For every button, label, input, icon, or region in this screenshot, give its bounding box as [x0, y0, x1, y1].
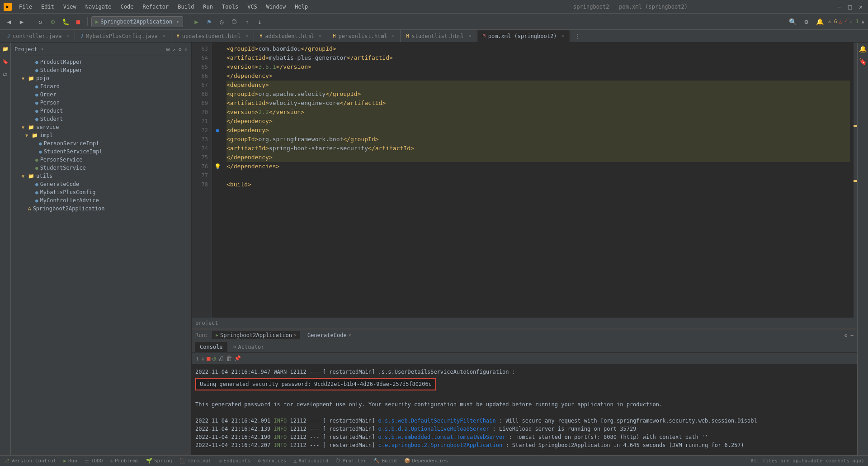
services-status[interactable]: ⚙ Services — [258, 458, 287, 464]
tree-item-mycontrolleradvice[interactable]: ● MyControllerAdvice — [11, 196, 191, 204]
bookmark-sidebar-icon[interactable]: 🔖 — [859, 57, 868, 66]
tab-close[interactable]: ✕ — [162, 33, 165, 39]
run-button[interactable]: ▶ — [191, 16, 202, 27]
autobuild-status[interactable]: △ Auto-build — [294, 458, 329, 464]
stop-button[interactable]: ■ — [73, 16, 84, 27]
menu-help[interactable]: Help — [291, 3, 311, 11]
tab-close[interactable]: ✕ — [245, 33, 249, 39]
tab-controller[interactable]: J controller.java ✕ — [2, 30, 75, 42]
editor-scrollbar[interactable] — [854, 43, 857, 318]
menu-build[interactable]: Build — [174, 3, 198, 11]
coverage-button[interactable]: ◎ — [216, 16, 227, 27]
tab-close[interactable]: ✕ — [319, 33, 322, 39]
menu-run[interactable]: Run — [199, 3, 217, 11]
tab-personlist[interactable]: H personlist.html ✕ — [327, 30, 401, 42]
tree-item-student[interactable]: ● Student — [11, 115, 191, 123]
menu-refactor[interactable]: Refactor — [139, 3, 172, 11]
debug-run-button[interactable]: ⚑ — [203, 16, 214, 27]
todo-status[interactable]: ☰ TODO — [85, 458, 103, 464]
minimize-console-icon[interactable]: − — [850, 332, 854, 338]
menu-edit[interactable]: Edit — [38, 3, 58, 11]
run-app2-close[interactable]: ✕ — [349, 333, 351, 338]
profile-button[interactable]: ⏱ — [229, 16, 240, 27]
tree-item-utils[interactable]: ▼ 📁 utils — [11, 172, 191, 180]
minimize-button[interactable]: − — [835, 3, 843, 10]
run-app1-close[interactable]: ✕ — [294, 333, 297, 338]
code-editor[interactable]: 63 64 65 66 67 68 69 70 71 72 73 74 75 7… — [192, 43, 857, 318]
menu-code[interactable]: Code — [117, 3, 137, 11]
tab-close[interactable]: ✕ — [561, 33, 564, 39]
tree-item-personserviceimpl[interactable]: ● PersonServiceImpl — [11, 139, 191, 147]
settings-button[interactable]: ⚙ — [801, 16, 812, 27]
scroll-to-source-icon[interactable]: ↗ — [172, 46, 175, 52]
problems-status[interactable]: ⚠ Problems — [110, 458, 139, 464]
build-button[interactable]: ⚙ — [47, 16, 58, 27]
scroll-down-icon[interactable]: ↓ — [201, 355, 204, 362]
stop-run-icon[interactable]: ■ — [207, 355, 210, 362]
tree-item-service[interactable]: ▼ 📁 service — [11, 123, 191, 131]
terminal-status[interactable]: ⬛ Terminal — [179, 458, 212, 464]
tree-item-personservice[interactable]: ● PersonService — [11, 156, 191, 164]
tree-item-mybatisplusconfig[interactable]: ● MybatisPlusConfig — [11, 188, 191, 196]
notification-sidebar-icon[interactable]: 🔔 — [859, 44, 868, 53]
tab-addstudent[interactable]: H addstudent.html ✕ — [254, 30, 327, 42]
dependencies-status[interactable]: 📦 Dependencies — [404, 458, 448, 464]
tree-item-studentserviceimpl[interactable]: ● StudentServiceImpl — [11, 147, 191, 156]
menu-file[interactable]: File — [15, 3, 36, 11]
menu-tools[interactable]: Tools — [218, 3, 242, 11]
maximize-button[interactable]: □ — [846, 3, 854, 10]
endpoints-status[interactable]: ⊙ Endpoints — [219, 458, 250, 464]
menu-view[interactable]: View — [60, 3, 80, 11]
back-button[interactable]: ◀ — [4, 16, 14, 27]
tree-item-studentmapper[interactable]: ● StudentMapper — [11, 66, 191, 74]
tree-item-generatecode[interactable]: ● GenerateCode — [11, 180, 191, 188]
tab-close[interactable]: ✕ — [468, 33, 472, 39]
tab-studentlist[interactable]: H studentlist.html ✕ — [401, 30, 477, 42]
bookmark-icon[interactable]: 🔖 — [1, 57, 10, 66]
menu-navigate[interactable]: Navigate — [82, 3, 115, 11]
project-dropdown[interactable]: ▾ — [41, 47, 44, 52]
collapse-all-icon[interactable]: ⊟ — [166, 46, 170, 52]
menu-window[interactable]: Window — [263, 3, 289, 11]
settings-tree-icon[interactable]: ⚙ — [179, 46, 182, 52]
forward-button[interactable]: ▶ — [16, 16, 27, 27]
run-config-selector[interactable]: ▶ Springboot2Application ▾ — [91, 16, 183, 27]
console-tab[interactable]: Console — [195, 342, 227, 352]
run-app1-tab[interactable]: ▶ Springboot2Application ✕ — [212, 331, 300, 339]
code-content[interactable]: <groupId>com.baomidou</groupId> <artifac… — [223, 43, 854, 318]
run-app2-tab[interactable]: GenerateCode ✕ — [304, 331, 355, 339]
commit-button[interactable]: ↑ — [241, 16, 252, 27]
project-icon[interactable]: 📁 — [1, 44, 10, 53]
scroll-up-icon[interactable]: ↑ — [195, 355, 199, 362]
breadcrumb-project[interactable]: project — [195, 320, 218, 326]
version-control-status[interactable]: ⎇ Version Control — [4, 458, 56, 464]
build-status[interactable]: 🔨 Build — [373, 458, 396, 464]
rerun-icon[interactable]: ↺ — [212, 355, 216, 362]
tab-updatestudent[interactable]: H updatestudent.html ✕ — [171, 30, 255, 42]
tab-close[interactable]: ✕ — [66, 33, 69, 39]
tab-close[interactable]: ✕ — [392, 33, 395, 39]
profiler-status[interactable]: ⏱ Profiler — [335, 458, 366, 464]
print-icon[interactable]: 🖨 — [218, 355, 224, 362]
update-button[interactable]: ↓ — [254, 16, 265, 27]
tree-item-order[interactable]: ● Order — [11, 90, 191, 99]
tab-pom-xml[interactable]: M pom.xml (springboot2) ✕ — [477, 30, 570, 42]
tab-overflow-button[interactable]: ⋮ — [572, 31, 583, 42]
close-panel-icon[interactable]: ✕ — [184, 46, 188, 52]
tree-item-person[interactable]: ● Person — [11, 99, 191, 107]
actuator-tab[interactable]: ⚙ Actuator — [229, 342, 269, 352]
clear-icon[interactable]: 🗑 — [226, 355, 232, 362]
pin-icon[interactable]: 📌 — [234, 355, 241, 361]
sync-button[interactable]: ↻ — [35, 16, 46, 27]
spring-status[interactable]: 🌱 Spring — [146, 458, 172, 464]
tree-item-idcard[interactable]: ● Idcard — [11, 82, 191, 90]
tree-item-productmapper[interactable]: ● ProductMapper — [11, 58, 191, 66]
tree-item-impl[interactable]: ▼ 📁 impl — [11, 131, 191, 139]
settings-console-icon[interactable]: ⚙ — [844, 332, 848, 338]
tree-item-pojo[interactable]: ▼ 📁 pojo — [11, 74, 191, 82]
close-button[interactable]: ✕ — [857, 3, 864, 10]
menu-vcs[interactable]: VCS — [244, 3, 261, 11]
tree-item-springboot2application[interactable]: A Springboot2Application — [11, 204, 191, 213]
tree-item-product[interactable]: ● Product — [11, 107, 191, 115]
tab-mybatisplusconfig[interactable]: J MybatisPlusConfig.java ✕ — [75, 30, 171, 42]
